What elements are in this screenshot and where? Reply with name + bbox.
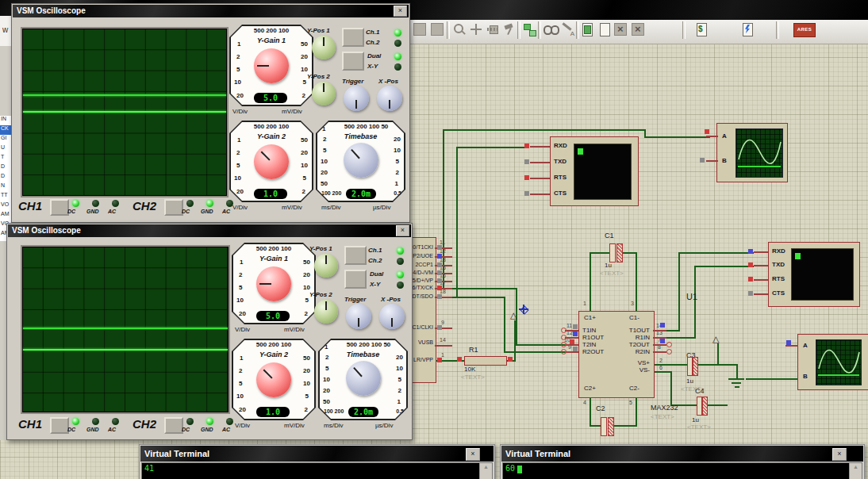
pin-label: CTS — [554, 190, 567, 197]
bill-of-materials-icon[interactable]: $ — [694, 22, 709, 36]
dial-mark: 5 — [236, 66, 240, 73]
ares-netlist-icon[interactable]: ARES — [793, 23, 816, 37]
scope-component-1[interactable]: A B — [716, 123, 788, 182]
virtual-terminal-window-1[interactable]: Virtual Terminal × 41 ▲ — [139, 444, 495, 479]
capacitor-plate[interactable] — [697, 397, 702, 416]
dial-mark: 20 — [303, 271, 310, 278]
oscilloscope-window-2[interactable]: VSM Oscilloscope × 500 200 100 Y-Gain 1 … — [6, 223, 413, 440]
property-assignment-icon[interactable] — [560, 22, 574, 36]
capacitor-plate[interactable] — [702, 397, 708, 416]
channel-select-button[interactable] — [344, 246, 367, 265]
unit-label: mV/Div — [282, 108, 302, 115]
capacitor-plate[interactable] — [609, 243, 616, 262]
u1-pin-number: 2 — [659, 358, 663, 363]
terminal-output[interactable]: 60 ▲ — [502, 462, 862, 479]
u1-pin-number: 4 — [583, 400, 586, 405]
close-button[interactable]: × — [832, 448, 847, 461]
list-item[interactable]: N — [0, 182, 12, 192]
list-item[interactable]: U — [0, 144, 12, 154]
new-sheet-icon[interactable] — [597, 22, 612, 36]
hammer-tool-icon[interactable] — [502, 22, 517, 36]
design-explorer-icon[interactable] — [580, 22, 594, 36]
terminal-output[interactable]: 41 ▲ — [141, 462, 493, 479]
electrical-rules-check-icon[interactable] — [740, 22, 755, 36]
terminal-component-1[interactable]: RXD TXD RTS CTS — [550, 136, 639, 206]
component-pin-icon[interactable] — [486, 22, 501, 36]
ygain2-knob[interactable] — [256, 362, 291, 397]
u1-pin-name: C1+ — [584, 314, 596, 321]
ygain1-knob[interactable] — [256, 266, 291, 301]
virtual-terminal-window-2[interactable]: Virtual Terminal × 60 ▲ — [500, 444, 865, 479]
wire-autorouter-icon[interactable] — [522, 22, 536, 36]
trigger-knob[interactable] — [344, 86, 369, 111]
icon-shape — [632, 23, 644, 36]
connect-point-icon[interactable] — [469, 22, 483, 36]
ch2-coupling-button[interactable] — [164, 199, 183, 216]
terminal-component-2[interactable]: RXD TXD RTS CTS — [768, 242, 860, 307]
xpos-knob[interactable] — [377, 86, 402, 111]
xpos-knob[interactable] — [379, 304, 405, 329]
u1-pin-number: 5 — [629, 400, 632, 405]
ypos2-knob[interactable] — [312, 82, 336, 105]
close-button[interactable]: × — [396, 225, 409, 236]
ygain2-knob[interactable] — [254, 144, 289, 179]
find-component-icon[interactable] — [543, 22, 557, 36]
window-titlebar[interactable]: Virtual Terminal — [140, 446, 494, 462]
dc-label: DC — [182, 427, 190, 432]
list-item[interactable]: D — [0, 163, 12, 173]
block-copy-icon[interactable] — [430, 22, 444, 36]
window-titlebar[interactable]: VSM Oscilloscope — [13, 5, 409, 17]
close-button[interactable]: × — [394, 6, 407, 17]
ch2-coupling-button[interactable] — [164, 417, 183, 434]
list-item[interactable]: TT — [0, 192, 12, 201]
ch2-ac-led — [226, 418, 233, 425]
ypos2-knob[interactable] — [314, 300, 338, 324]
list-item[interactable]: GI — [0, 135, 12, 144]
ch1-coupling-button[interactable] — [50, 417, 69, 434]
list-item[interactable]: D — [0, 173, 12, 182]
window-titlebar[interactable]: Virtual Terminal — [501, 446, 863, 462]
oscilloscope-window-1[interactable]: VSM Oscilloscope × 500 200 100 Y-Gain 1 … — [11, 3, 410, 223]
ch1-coupling-button[interactable] — [50, 199, 69, 216]
zoom-area-icon[interactable] — [451, 22, 466, 36]
ygain1-knob[interactable] — [254, 48, 289, 83]
terminal-text: 60 — [505, 464, 515, 473]
ch2-label: Ch.2 — [368, 257, 382, 264]
trigger-knob[interactable] — [346, 304, 371, 329]
timebase-readout: 2.0m — [348, 407, 378, 417]
wire-segment — [694, 266, 696, 339]
ypos1-knob[interactable] — [314, 254, 338, 278]
terminal-scrollbar[interactable]: ▲ — [479, 463, 492, 479]
exit-to-parent-icon[interactable] — [631, 22, 645, 36]
block-select-icon[interactable] — [413, 22, 427, 36]
ch2-dc-led — [186, 200, 194, 207]
capacitor-plate[interactable] — [601, 417, 607, 436]
capacitor-plate[interactable] — [616, 243, 623, 262]
terminal-block-cursor — [517, 466, 522, 473]
timebase-knob[interactable] — [346, 361, 381, 396]
ypos1-knob[interactable] — [312, 36, 336, 59]
u1-pin-name: T1IN — [582, 327, 596, 334]
scroll-up-icon[interactable]: ▲ — [853, 464, 858, 469]
mode-select-button[interactable] — [342, 52, 364, 71]
resistor-r1[interactable] — [464, 356, 507, 366]
capacitor-plate[interactable] — [693, 357, 698, 376]
window-titlebar[interactable]: VSM Oscilloscope — [8, 224, 411, 237]
list-item[interactable]: IN — [0, 116, 12, 125]
timebase-knob[interactable] — [344, 143, 378, 178]
scroll-up-icon[interactable]: ▲ — [483, 464, 489, 469]
close-button[interactable]: × — [466, 448, 480, 461]
capacitor-ref: C4 — [695, 387, 705, 395]
channel-select-button[interactable] — [342, 28, 364, 47]
terminal-scrollbar[interactable]: ▲ — [849, 463, 862, 479]
remove-sheet-icon[interactable] — [613, 22, 628, 36]
mode-select-button[interactable] — [344, 270, 367, 289]
scope-component-2[interactable]: A B — [797, 334, 868, 390]
capacitor-plate[interactable] — [687, 357, 693, 376]
list-item[interactable]: T — [0, 154, 12, 163]
capacitor-plate[interactable] — [608, 417, 614, 436]
unit-label: ms/Div — [321, 204, 340, 211]
list-item[interactable]: AM — [0, 211, 12, 220]
list-item[interactable]: VO — [0, 201, 12, 211]
list-item-selected[interactable]: CK — [0, 125, 12, 135]
